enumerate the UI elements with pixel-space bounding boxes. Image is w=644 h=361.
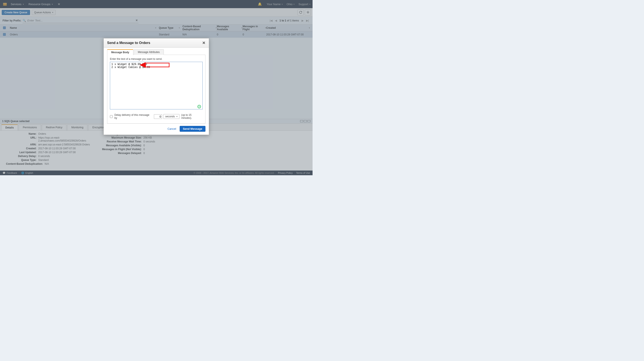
delay-checkbox[interactable] xyxy=(110,115,113,118)
delay-value-input[interactable] xyxy=(154,114,162,119)
modal-overlay: Send a Message to Orders ✕ Message Body … xyxy=(0,0,312,175)
send-message-modal: Send a Message to Orders ✕ Message Body … xyxy=(104,38,209,135)
caret-down-icon: ▾ xyxy=(176,115,178,118)
delay-unit-select[interactable]: seconds▾ xyxy=(163,114,180,119)
modal-title: Send a Message to Orders xyxy=(107,41,150,45)
modal-hint: Enter the text of a message you want to … xyxy=(110,57,203,60)
delay-hint: (up to 15 minutes). xyxy=(181,113,203,119)
message-body-textarea[interactable] xyxy=(110,62,203,109)
grammarly-icon xyxy=(198,105,201,108)
delay-label: Delay delivery of this message by xyxy=(114,113,153,119)
modal-close-icon[interactable]: ✕ xyxy=(202,40,206,45)
cancel-button[interactable]: Cancel xyxy=(168,127,176,130)
send-message-button[interactable]: Send Message xyxy=(180,126,206,132)
modal-tab-body[interactable]: Message Body xyxy=(107,49,133,55)
modal-tab-attributes[interactable]: Message Attributes xyxy=(134,49,164,55)
